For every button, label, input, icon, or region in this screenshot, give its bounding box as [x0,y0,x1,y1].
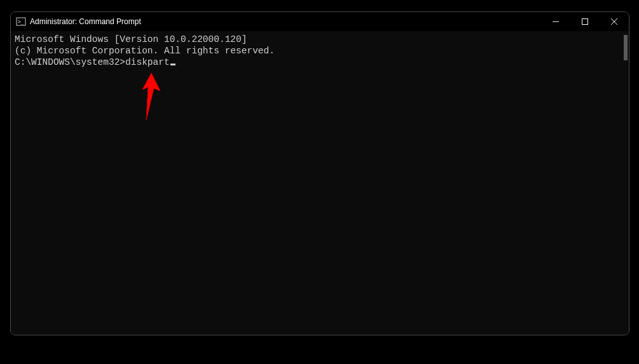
titlebar[interactable]: >_ Administrator: Command Prompt [11,12,629,31]
command-prompt-window: >_ Administrator: Command Prompt Microso… [10,11,629,335]
svg-rect-3 [582,19,588,25]
terminal-output-line: (c) Microsoft Corporation. All rights re… [15,45,625,57]
maximize-button[interactable] [570,12,600,31]
terminal-prompt: C:\WINDOWS\system32> [15,57,125,67]
cmd-icon: >_ [16,17,26,27]
terminal-command-input[interactable]: diskpart [125,57,170,67]
scrollbar-thumb[interactable] [624,35,628,60]
window-title: Administrator: Command Prompt [30,17,541,26]
svg-text:>_: >_ [18,19,24,25]
close-button[interactable] [600,12,629,31]
minimize-button[interactable] [541,12,570,31]
terminal-output-line: Microsoft Windows [Version 10.0.22000.12… [15,34,625,45]
window-controls [541,12,629,31]
cursor-icon [170,64,175,65]
terminal-body[interactable]: Microsoft Windows [Version 10.0.22000.12… [11,31,629,335]
terminal-prompt-line: C:\WINDOWS\system32>diskpart [15,57,625,68]
